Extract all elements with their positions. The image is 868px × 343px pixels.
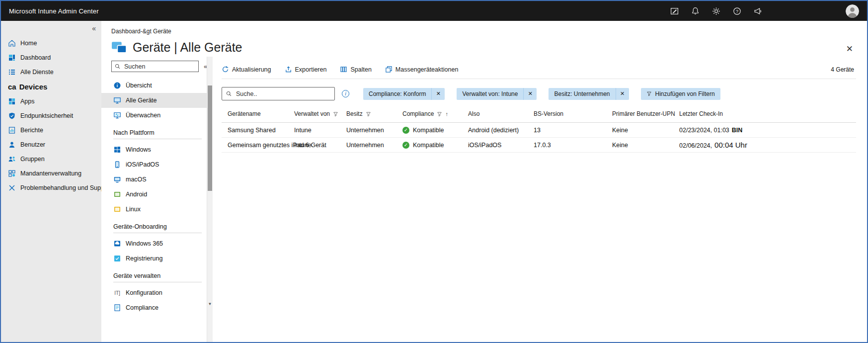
devices-page-icon: [111, 41, 127, 54]
subnav-scrollbar[interactable]: ▼: [207, 57, 213, 342]
filter-funnel-icon[interactable]: [366, 111, 371, 117]
sidebar-item-alle-dienste[interactable]: Alle Dienste: [1, 65, 101, 79]
subnav-item-konfiguration[interactable]: IT] Konfiguration: [101, 285, 207, 300]
sidebar-item-gruppen[interactable]: Gruppen: [1, 152, 101, 166]
remove-filter-icon[interactable]: ✕: [523, 88, 537, 100]
subnav-item-macos[interactable]: macOS: [101, 172, 207, 187]
subnav-item-label: Übersicht: [126, 82, 152, 89]
subnav-item-linux[interactable]: Linux: [101, 202, 207, 217]
breadcrumb[interactable]: Dashboard-&gt Geräte: [101, 21, 171, 35]
report-icon: [8, 126, 16, 134]
subnav-item-alle-geraete[interactable]: Alle Geräte: [101, 93, 207, 108]
subnav-item-label: iOS/iPadOS: [126, 161, 159, 168]
sidebar-item-endpunktsicherheit[interactable]: Endpunktsicherheit: [1, 108, 101, 123]
sidebar-item-home[interactable]: Home: [1, 36, 101, 50]
column-header-primaerer-benutzer-upn[interactable]: Primärer Benutzer-UPN: [612, 110, 679, 117]
subnav-item-label: Linux: [126, 206, 141, 213]
sidebar-item-label: Mandantenverwaltung: [20, 170, 81, 177]
sidebar-item-devices[interactable]: ca Devices: [1, 79, 101, 94]
subnav-item-compliance[interactable]: Compliance: [101, 300, 207, 315]
sidebar-item-label: Home: [20, 40, 37, 47]
table-row[interactable]: Gemeinsam genutztes iPad 6 Gerät Intune …: [222, 138, 856, 153]
search-icon: [226, 90, 232, 97]
columns-button[interactable]: Spalten: [340, 66, 371, 73]
pencil-square-icon[interactable]: [670, 7, 679, 15]
sidebar-item-apps[interactable]: Apps: [1, 94, 101, 108]
filter-pill-verwaltet-von[interactable]: Verwaltet von: Intune ✕: [457, 88, 537, 100]
remove-filter-icon[interactable]: ✕: [431, 88, 445, 100]
subnav-search[interactable]: [111, 61, 199, 72]
info-icon[interactable]: i: [342, 90, 349, 97]
windows-icon: [113, 146, 121, 154]
bulk-actions-button[interactable]: Massengeräteaktionen: [385, 66, 458, 73]
column-header-geraetename[interactable]: Gerätename: [228, 110, 294, 117]
sidebar-item-mandantenverwaltung[interactable]: Mandantenverwaltung: [1, 166, 101, 180]
columns-icon: [340, 66, 347, 73]
megaphone-icon[interactable]: [754, 7, 762, 15]
device-search-input[interactable]: [235, 90, 331, 98]
sidebar-item-label: Benutzer: [20, 141, 45, 148]
sidebar-item-benutzer[interactable]: Benutzer: [1, 137, 101, 152]
scroll-down-icon[interactable]: ▼: [207, 302, 213, 306]
shield-icon: [8, 112, 16, 120]
android-icon: [113, 190, 121, 198]
sidebar-item-berichte[interactable]: Berichte: [1, 123, 101, 137]
subnav-item-ueberwachen[interactable]: Überwachen: [101, 108, 207, 123]
export-button[interactable]: Exportieren: [285, 66, 327, 73]
filter-pill-compliance[interactable]: Compliance: Konform ✕: [363, 88, 445, 100]
sidebar-item-dashboard[interactable]: Dashboard: [1, 50, 101, 65]
filter-funnel-icon[interactable]: [437, 111, 442, 117]
column-header-bs-version[interactable]: BS-Version: [534, 110, 612, 117]
sidebar-item-problembehandlung[interactable]: Problembehandlung und Support: [1, 180, 101, 195]
subnav-search-input[interactable]: [123, 63, 196, 71]
add-filter-button[interactable]: Hinzufügen von Filtern: [641, 88, 720, 100]
checkin-date: 02/23/2024, 01:03: [679, 127, 729, 134]
column-header-verwaltet-von[interactable]: Verwaltet von: [294, 110, 346, 117]
help-icon[interactable]: ?: [733, 7, 741, 15]
column-header-letzter-check-in[interactable]: Letzter Check-In: [679, 110, 856, 117]
info-circle-icon: [113, 82, 121, 89]
table-row[interactable]: Samsung Shared Intune Unternehmen ✓ Komp…: [222, 123, 856, 138]
app-title: Microsoft Intune Admin Center: [9, 7, 99, 15]
device-search[interactable]: [222, 87, 335, 100]
scrollbar-thumb[interactable]: [208, 86, 212, 191]
column-header-besitz[interactable]: Besitz: [346, 110, 402, 117]
os-cell: iOS/iPadOS: [468, 142, 534, 149]
column-header-also[interactable]: Also: [468, 110, 534, 117]
sidebar-item-label: Alle Dienste: [20, 69, 54, 76]
os-version-cell: 17.0.3: [534, 142, 612, 149]
topbar-icon-group: ?: [670, 7, 762, 15]
subnav-item-uebersicht[interactable]: Übersicht: [101, 78, 207, 93]
checkin-suffix: BIN: [732, 127, 743, 134]
subnav-item-registrierung[interactable]: Registrierung: [101, 251, 207, 266]
subnav-item-ios-ipados[interactable]: iOS/iPadOS: [101, 157, 207, 172]
compliant-check-icon: ✓: [402, 127, 409, 134]
devices-table: Gerätename Verwaltet von Besitz: [222, 110, 856, 153]
subnav-item-windows-365[interactable]: Windows 365: [101, 236, 207, 251]
bell-icon[interactable]: [691, 7, 700, 15]
upn-cell: Keine: [612, 142, 679, 149]
device-name-link[interactable]: Gemeinsam genutztes iPad 6 Gerät: [228, 142, 294, 149]
svg-text:?: ?: [736, 8, 738, 13]
monitor-pulse-icon: [113, 111, 121, 119]
intune-admin-center-window: Microsoft Intune Admin Center ? «: [0, 0, 868, 343]
filter-funnel-icon[interactable]: [333, 111, 338, 117]
sidebar-item-label: Gruppen: [20, 156, 45, 163]
avatar[interactable]: [846, 4, 859, 18]
column-header-compliance[interactable]: Compliance ↑: [402, 110, 468, 117]
subnav-item-android[interactable]: Android: [101, 187, 207, 202]
table-header-row: Gerätename Verwaltet von Besitz: [222, 110, 856, 123]
remove-filter-icon[interactable]: ✕: [616, 88, 629, 100]
dashboard-icon: [8, 54, 16, 62]
subnav-item-label: Windows: [126, 146, 151, 153]
sidebar-collapse-icon[interactable]: «: [92, 24, 96, 32]
subnav-item-windows[interactable]: Windows: [101, 142, 207, 157]
refresh-button[interactable]: Aktualisierung: [222, 66, 271, 73]
device-name-link[interactable]: Samsung Shared: [228, 127, 294, 134]
ownership-cell: Unternehmen: [346, 142, 402, 149]
close-icon[interactable]: ✕: [846, 44, 853, 54]
divider: [113, 282, 202, 282]
filter-pill-besitz[interactable]: Besitz: Unternehmen ✕: [549, 88, 629, 100]
gear-icon[interactable]: [712, 7, 720, 15]
os-version-cell: 13: [534, 127, 612, 134]
